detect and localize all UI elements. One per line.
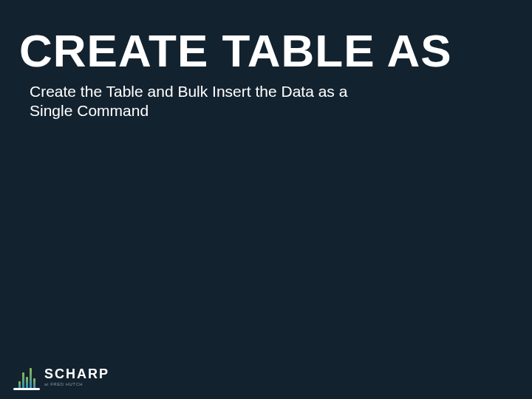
slide-title: CREATE TABLE AS xyxy=(19,27,513,75)
scharp-logo-icon xyxy=(15,365,38,389)
slide-subtitle: Create the Table and Bulk Insert the Dat… xyxy=(30,82,355,121)
logo-text: SCHARP at FRED HUTCH xyxy=(44,367,109,386)
footer-logo: SCHARP at FRED HUTCH xyxy=(15,365,109,389)
slide-content: CREATE TABLE AS Create the Table and Bul… xyxy=(19,27,513,121)
logo-name: SCHARP xyxy=(44,367,109,381)
logo-subtext: at FRED HUTCH xyxy=(44,382,109,386)
